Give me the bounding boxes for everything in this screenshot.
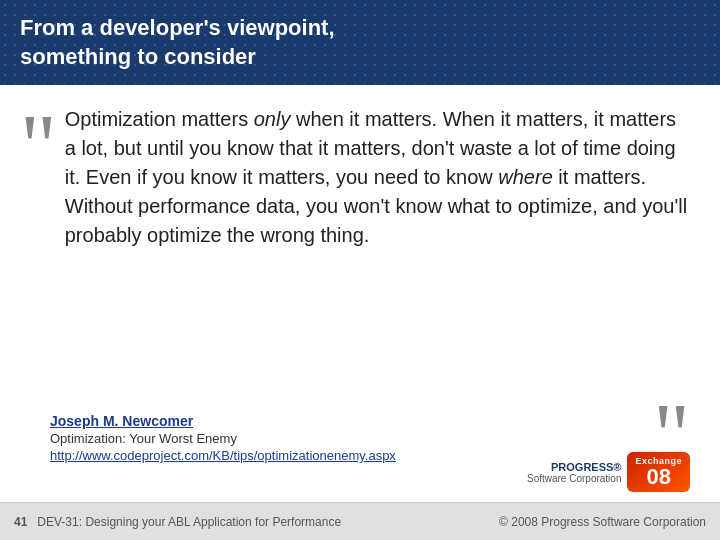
software-text: Software Corporation [527,473,622,484]
footer-bar: 41 DEV-31: Designing your ABL Applicatio… [0,502,720,540]
header-title-line1: From a developer's viewpoint, [20,15,335,40]
book-title: Optimization: Your Worst Enemy [50,431,396,446]
quote-text: Optimization matters only when it matter… [65,105,690,250]
exchange-badge: Exchange 08 [627,452,690,492]
content-area: " Optimization matters only when it matt… [0,85,720,502]
author-name[interactable]: Joseph M. Newcomer [50,413,396,429]
header-title: From a developer's viewpoint, something … [20,14,335,71]
slide-number: 41 [14,515,27,529]
quote-container: " Optimization matters only when it matt… [20,105,690,395]
footer-subtitle: DEV-31: Designing your ABL Application f… [37,515,341,529]
footer-left: 41 DEV-31: Designing your ABL Applicatio… [14,515,341,529]
book-url[interactable]: http://www.codeproject.com/KB/tips/optim… [50,448,396,463]
attribution: Joseph M. Newcomer Optimization: Your Wo… [50,413,690,492]
progress-text: PROGRESS® [527,461,622,473]
header-title-line2: something to consider [20,44,256,69]
slide: From a developer's viewpoint, something … [0,0,720,540]
open-quote-icon: " [20,115,57,178]
footer-copyright: © 2008 Progress Software Corporation [499,515,706,529]
header-bar: From a developer's viewpoint, something … [0,0,720,85]
attribution-text: Joseph M. Newcomer Optimization: Your Wo… [50,413,396,463]
exchange-year: 08 [646,466,670,488]
